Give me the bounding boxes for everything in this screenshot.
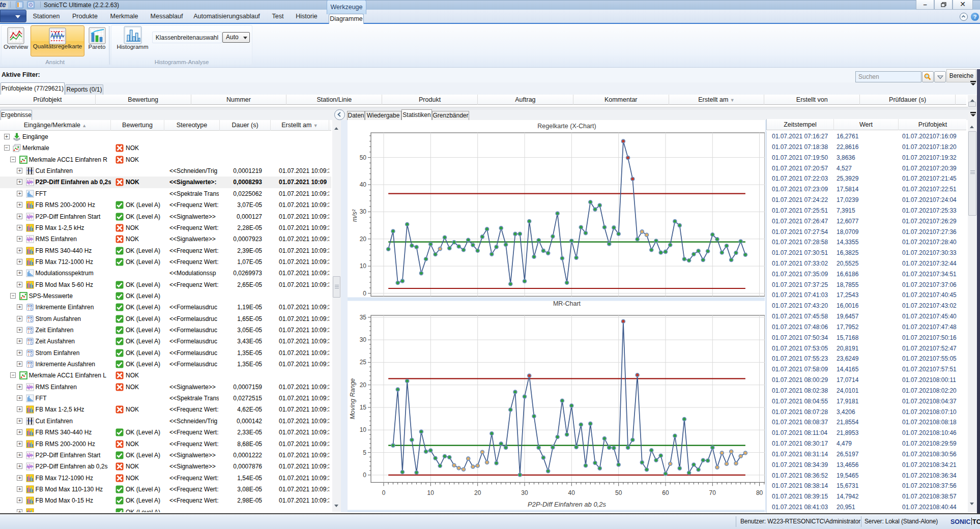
svg-text:I: I: [28, 318, 29, 322]
svg-text:5: 5: [363, 449, 366, 456]
svg-text:MR-Chart: MR-Chart: [553, 300, 581, 307]
svg-text:O: O: [30, 318, 33, 322]
svg-text:10: 10: [427, 489, 435, 496]
svg-text:50: 50: [615, 489, 622, 496]
svg-text:50: 50: [360, 154, 367, 161]
svg-text:35: 35: [360, 314, 367, 321]
svg-text:O: O: [30, 307, 33, 311]
svg-text:O: O: [30, 364, 33, 368]
svg-text:70: 70: [709, 489, 716, 496]
svg-text:0: 0: [363, 472, 366, 479]
svg-text:m/s²: m/s²: [351, 209, 358, 222]
svg-text:40: 40: [360, 181, 367, 188]
svg-text:I: I: [28, 352, 29, 356]
svg-text:I: I: [28, 307, 29, 311]
svg-text:O: O: [30, 352, 33, 356]
svg-text:20: 20: [360, 236, 367, 243]
svg-text:30: 30: [521, 489, 528, 496]
svg-text:25: 25: [360, 359, 367, 366]
svg-text:10: 10: [360, 426, 367, 433]
svg-text:20: 20: [360, 381, 367, 389]
svg-text:O: O: [30, 341, 33, 345]
svg-text:0: 0: [382, 489, 386, 496]
svg-text:30: 30: [360, 208, 367, 215]
svg-text:60: 60: [662, 489, 669, 496]
svg-text:I: I: [28, 330, 29, 334]
svg-text:80: 80: [756, 489, 763, 496]
svg-text:10: 10: [360, 262, 367, 270]
svg-text:P2P-Diff Einfahren ab 0,2s: P2P-Diff Einfahren ab 0,2s: [528, 501, 606, 508]
svg-text:I: I: [28, 341, 29, 345]
svg-text:O: O: [30, 330, 33, 334]
svg-text:0: 0: [363, 290, 366, 297]
svg-text:20: 20: [474, 489, 481, 496]
svg-text:Moving Range: Moving Range: [349, 378, 356, 420]
svg-text:40: 40: [568, 489, 575, 496]
svg-text:15: 15: [360, 404, 367, 411]
svg-text:I: I: [28, 364, 29, 368]
svg-text:Regelkarte (X-Chart): Regelkarte (X-Chart): [537, 123, 596, 130]
svg-text:30: 30: [360, 336, 367, 343]
